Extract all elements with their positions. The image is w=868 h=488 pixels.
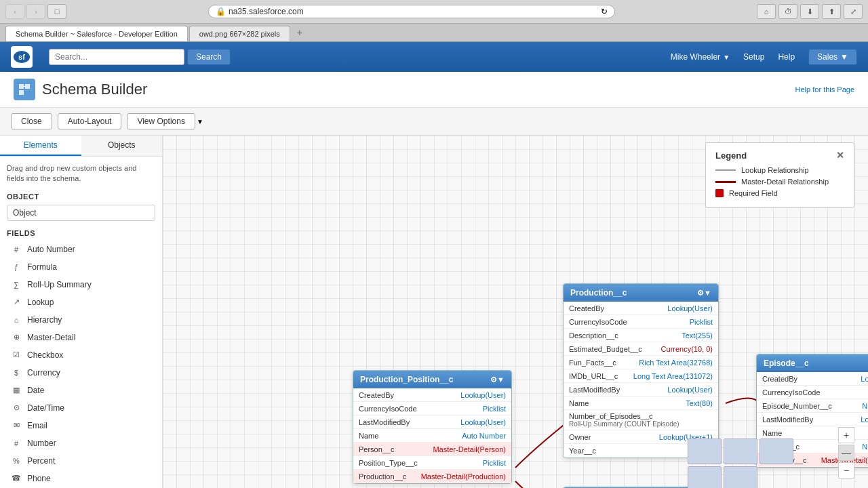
field-lookup[interactable]: ↗ Lookup — [7, 294, 155, 310]
share-button[interactable]: ⬆ — [822, 4, 841, 19]
forward-button[interactable]: › — [26, 4, 45, 19]
production-c-gear[interactable]: ⚙▼ — [697, 289, 711, 298]
field-row: Number_of_Episodes__c Roll-Up Summary (C… — [564, 410, 718, 430]
episode-c-header[interactable]: Episode__c ⚙▼ — [757, 354, 868, 372]
download-button[interactable]: ⬇ — [800, 4, 819, 19]
date-icon: ▦ — [11, 385, 22, 396]
field-datetime[interactable]: ⊙ Date/Time — [7, 400, 155, 416]
help-link[interactable]: Help — [778, 52, 795, 62]
schema-icon — [14, 79, 35, 100]
browser-nav-buttons: ‹ › □ — [5, 4, 66, 19]
toolbar: Close Auto-Layout View Options ▼ — [0, 108, 868, 136]
currency-label: Currency — [27, 368, 60, 378]
production-position-c-card: Production_Position__c ⚙▼ CreatedBy Look… — [353, 370, 512, 484]
field-row: CurrencyIsoCode Picklist — [564, 315, 718, 329]
percent-label: Percent — [27, 456, 55, 466]
partial-card-5 — [724, 466, 757, 488]
sf-logo: sf — [11, 46, 33, 68]
phone-icon: ☎ — [11, 473, 22, 484]
tab-elements[interactable]: Elements — [0, 136, 81, 156]
field-auto-number[interactable]: # Auto Number — [7, 241, 155, 258]
tab-objects[interactable]: Objects — [81, 136, 163, 156]
master-line — [715, 181, 736, 183]
field-currency[interactable]: $ Currency — [7, 365, 155, 381]
home-button[interactable]: ⌂ — [757, 4, 776, 19]
sales-button[interactable]: Sales ▼ — [808, 49, 857, 65]
formula-icon: ƒ — [11, 262, 22, 272]
setup-link[interactable]: Setup — [743, 52, 764, 62]
page-header: Schema Builder Help for this Page — [0, 72, 868, 108]
sf-logo-icon: sf — [11, 46, 33, 68]
field-phone[interactable]: ☎ Phone — [7, 470, 155, 487]
object-input[interactable] — [7, 205, 155, 221]
field-row: LastModifiedBy Lookup(User) — [757, 413, 868, 426]
zoom-controls: + — − — [838, 427, 854, 479]
field-row: Estimated_Budget__c Currency(10, 0) — [564, 342, 718, 356]
production-c-header[interactable]: Production__c ⚙▼ — [564, 284, 718, 302]
field-date[interactable]: ▦ Date — [7, 382, 155, 399]
tab-owd[interactable]: owd.png 667×282 pixels — [189, 26, 290, 41]
legend-panel: Legend ✕ Lookup Relationship Master-Deta… — [705, 142, 854, 208]
checkbox-label: Checkbox — [27, 350, 63, 360]
canvas-area: Production__c ⚙▼ CreatedBy Lookup(User) … — [163, 136, 868, 488]
help-page-link[interactable]: Help for this Page — [795, 85, 854, 94]
field-row: Name Text(80) — [564, 396, 718, 410]
production-position-c-title: Production_Position__c — [360, 375, 453, 384]
svg-rect-4 — [19, 90, 24, 95]
field-formula[interactable]: ƒ Formula — [7, 259, 155, 275]
lookup-label: Lookup Relationship — [741, 166, 809, 174]
user-menu[interactable]: Mike Wheeler ▼ — [671, 52, 730, 62]
history-button[interactable]: ⏱ — [778, 4, 797, 19]
sf-search-area: Search — [49, 49, 231, 65]
field-row: Position_Type__c Picklist — [353, 456, 511, 470]
checkbox-icon: ☑ — [11, 350, 22, 361]
field-row: Person__c Master-Detail(Person) — [353, 443, 511, 456]
sales-label: Sales — [817, 52, 837, 62]
legend-close-button[interactable]: ✕ — [836, 150, 844, 161]
field-rollup[interactable]: ∑ Roll-Up Summary — [7, 277, 155, 293]
left-panel: Elements Objects Drag and drop new custo… — [0, 136, 163, 488]
sales-dropdown-icon: ▼ — [840, 52, 848, 62]
view-options-dropdown[interactable]: View Options ▼ — [127, 113, 203, 129]
field-master-detail[interactable]: ⊕ Master-Detail — [7, 329, 155, 346]
field-hierarchy[interactable]: ⌂ Hierarchy — [7, 312, 155, 328]
partial-cards-area — [688, 439, 793, 488]
lookup-line — [715, 169, 736, 171]
zoom-button[interactable]: ⤢ — [844, 4, 863, 19]
production-position-c-header[interactable]: Production_Position__c ⚙▼ — [353, 371, 511, 388]
auto-layout-button[interactable]: Auto-Layout — [58, 113, 122, 129]
field-row: CreatedBy Lookup(User) — [757, 372, 868, 386]
production-position-c-gear[interactable]: ⚙▼ — [490, 375, 505, 384]
fields-section-label: FIELDS — [7, 229, 155, 237]
panel-tabs: Elements Objects — [0, 136, 162, 157]
field-percent[interactable]: % Percent — [7, 453, 155, 469]
tab-button[interactable]: □ — [47, 4, 66, 19]
zoom-reset-button[interactable]: — — [838, 445, 854, 461]
tab-schema-builder[interactable]: Schema Builder ~ Salesforce - Developer … — [5, 26, 188, 41]
master-detail-label: Master-Detail — [27, 333, 75, 342]
field-row: Episode_Number__c Number(4, 0) — [757, 399, 868, 413]
panel-description: Drag and drop new custom objects and fie… — [7, 163, 155, 184]
lookup-icon: ↗ — [11, 297, 22, 308]
datetime-icon: ⊙ — [11, 403, 22, 413]
partial-card-3 — [760, 439, 793, 464]
reload-icon[interactable]: ↻ — [601, 7, 608, 16]
auto-number-icon: # — [11, 244, 22, 255]
close-button[interactable]: Close — [11, 113, 52, 129]
search-input[interactable] — [49, 49, 184, 65]
field-row: CreatedBy Lookup(User) — [564, 302, 718, 315]
currency-icon: $ — [11, 367, 22, 378]
lock-icon: 🔒 — [216, 7, 226, 16]
search-button[interactable]: Search — [187, 49, 231, 65]
tab-bar: Schema Builder ~ Salesforce - Developer … — [0, 24, 868, 42]
field-checkbox[interactable]: ☑ Checkbox — [7, 347, 155, 363]
new-tab-button[interactable]: + — [292, 24, 308, 41]
field-email[interactable]: ✉ Email — [7, 418, 155, 434]
zoom-in-button[interactable]: + — [838, 427, 854, 443]
back-button[interactable]: ‹ — [5, 4, 24, 19]
field-row: Production__c Master-Detail(Production) — [353, 470, 511, 483]
address-bar[interactable] — [229, 7, 598, 16]
zoom-out-button[interactable]: − — [838, 462, 854, 479]
view-options-button[interactable]: View Options — [127, 113, 195, 129]
field-number[interactable]: # Number — [7, 435, 155, 451]
